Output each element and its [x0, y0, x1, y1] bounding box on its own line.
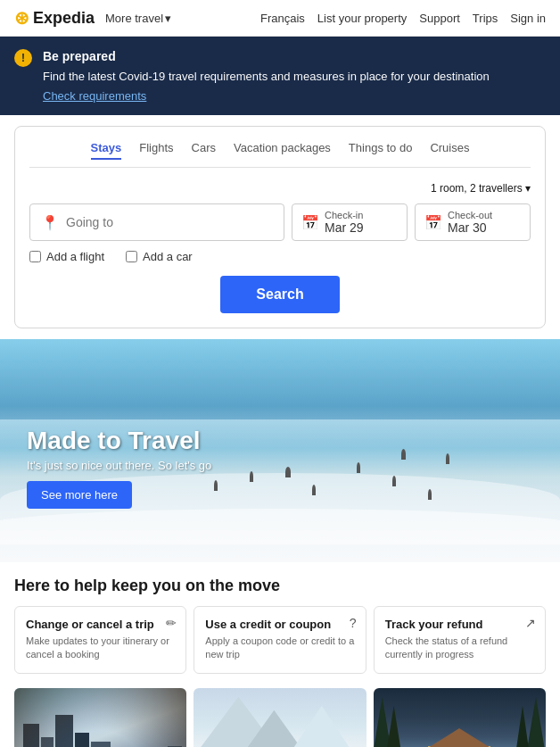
tab-cruises[interactable]: Cruises	[430, 141, 469, 160]
tab-flights[interactable]: Flights	[139, 141, 173, 160]
snow-image	[194, 688, 366, 747]
nav-trips[interactable]: Trips	[473, 12, 498, 25]
hero-person-8	[285, 467, 291, 477]
header-nav: Français List your property Support Trip…	[260, 12, 546, 25]
hero-title: Made to Travel	[27, 427, 211, 455]
search-inputs: 📍 📅 Check-in Mar 29 📅 Check-out Mar 30	[29, 203, 531, 241]
rooms-selector[interactable]: 1 room, 2 travellers ▾	[29, 182, 531, 195]
checkout-label: Check-out	[448, 210, 492, 220]
checkout-calendar-icon: 📅	[424, 214, 442, 231]
track-refund-title: Track your refund	[385, 618, 534, 631]
add-car-checkbox[interactable]: Add a car	[126, 250, 193, 263]
city-image	[14, 688, 186, 747]
hero-see-more-button[interactable]: See more here	[27, 481, 132, 509]
hero-person-1	[214, 480, 218, 491]
location-icon: 📍	[41, 214, 59, 231]
alert-text: Be prepared Find the latest Covid-19 tra…	[43, 47, 490, 104]
header: ⊛ Expedia More travel ▾ Français List yo…	[0, 0, 560, 37]
nav-support[interactable]: Support	[419, 12, 460, 25]
logo-text: Expedia	[33, 9, 95, 28]
rooms-value: 1 room, 2 travellers	[431, 182, 523, 195]
track-refund-desc: Check the status of a refund currently i…	[385, 635, 534, 662]
add-car-label: Add a car	[143, 250, 193, 263]
hero-person-5	[392, 476, 396, 486]
change-cancel-title: Change or cancel a trip	[26, 618, 175, 631]
external-link-icon: ↗	[525, 616, 536, 630]
nav-list-property[interactable]: List your property	[317, 12, 407, 25]
search-button[interactable]: Search	[220, 276, 339, 313]
add-car-input[interactable]	[126, 251, 137, 262]
chevron-down-icon: ▾	[165, 12, 171, 25]
rooms-chevron: ▾	[525, 182, 531, 195]
info-icon: ?	[350, 616, 357, 630]
alert-title: Be prepared	[43, 47, 490, 66]
checkin-date: Mar 29	[325, 220, 364, 235]
extra-options: Add a flight Add a car	[29, 250, 531, 263]
chalet-roof	[424, 728, 495, 747]
tree-3	[526, 697, 546, 747]
vacation-card[interactable]: VACATION YOUR WAY Bring your entire crew…	[374, 688, 546, 747]
help-section: Here to help keep you on the move Change…	[0, 562, 560, 747]
nav-francais[interactable]: Français	[260, 12, 305, 25]
checkin-calendar-icon: 📅	[301, 214, 319, 231]
add-flight-label: Add a flight	[46, 250, 104, 263]
tab-things-to-do[interactable]: Things to do	[349, 141, 413, 160]
tab-vacation-packages[interactable]: Vacation packages	[234, 141, 331, 160]
header-left: ⊛ Expedia More travel ▾	[14, 7, 171, 29]
destination-cards: CITY VIEWS So much to see, so much to do…	[14, 688, 546, 747]
more-travel-label: More travel	[105, 12, 163, 25]
hero-person-6	[428, 489, 432, 500]
help-title: Here to help keep you on the move	[14, 577, 546, 595]
nav-sign-in[interactable]: Sign in	[510, 12, 546, 25]
checkout-field[interactable]: 📅 Check-out Mar 30	[415, 203, 531, 241]
edit-icon: ✏	[166, 616, 177, 630]
hero-banner: Made to Travel It's just so nice out the…	[0, 339, 560, 562]
expedia-logo[interactable]: ⊛ Expedia	[14, 7, 95, 29]
mountain-snow	[286, 706, 358, 747]
tab-stays[interactable]: Stays	[91, 141, 122, 160]
search-container: Stays Flights Cars Vacation packages Thi…	[14, 126, 546, 328]
hero-person-9	[401, 449, 406, 460]
arch-overlay	[14, 688, 186, 747]
tree-2	[387, 706, 401, 747]
alert-icon: !	[14, 49, 32, 67]
alert-banner: ! Be prepared Find the latest Covid-19 t…	[0, 37, 560, 115]
credit-coupon-title: Use a credit or coupon	[205, 618, 354, 631]
change-cancel-desc: Make updates to your itinerary or cancel…	[26, 635, 175, 662]
checkout-date: Mar 30	[448, 220, 492, 235]
cold-crisp-card[interactable]: COLD CRISPNESS Get the chills. From the …	[194, 688, 366, 747]
tree-4	[515, 706, 530, 747]
hero-wave2	[0, 509, 560, 562]
credit-coupon-card[interactable]: Use a credit or coupon Apply a coupon co…	[194, 606, 366, 674]
going-to-input[interactable]	[66, 215, 273, 229]
track-refund-card[interactable]: Track your refund Check the status of a …	[374, 606, 546, 674]
city-views-card[interactable]: CITY VIEWS So much to see, so much to do	[14, 688, 186, 747]
hero-person-4	[357, 462, 360, 473]
check-requirements-link[interactable]: Check requirements	[43, 87, 490, 105]
search-tabs: Stays Flights Cars Vacation packages Thi…	[29, 141, 531, 168]
checkin-label: Check-in	[325, 210, 364, 220]
hero-person-3	[312, 485, 316, 495]
logo-icon: ⊛	[14, 7, 29, 29]
credit-coupon-desc: Apply a coupon code or credit to a new t…	[205, 635, 354, 662]
hero-person-2	[250, 471, 253, 482]
add-flight-checkbox[interactable]: Add a flight	[29, 250, 104, 263]
tab-cars[interactable]: Cars	[192, 141, 216, 160]
more-travel-menu[interactable]: More travel ▾	[105, 12, 171, 25]
help-cards: Change or cancel a trip Make updates to …	[14, 606, 546, 674]
hero-person-7	[446, 453, 449, 464]
checkin-field[interactable]: 📅 Check-in Mar 29	[292, 203, 408, 241]
add-flight-input[interactable]	[29, 251, 41, 262]
alert-message: Find the latest Covid-19 travel requirem…	[43, 70, 490, 83]
chalet-image	[374, 688, 546, 747]
going-to-field[interactable]: 📍	[29, 203, 284, 241]
hero-subtitle: It's just so nice out there. So let's go	[27, 459, 211, 472]
change-cancel-card[interactable]: Change or cancel a trip Make updates to …	[14, 606, 186, 674]
hero-text: Made to Travel It's just so nice out the…	[27, 427, 211, 509]
